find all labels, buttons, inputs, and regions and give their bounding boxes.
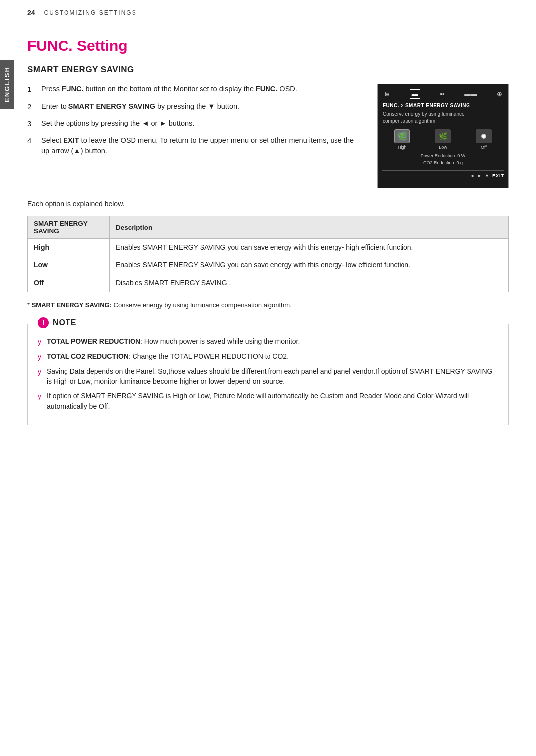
step-num-3: 3 [27, 118, 36, 129]
step-num-1: 1 [27, 84, 36, 95]
table-header-description: Description [110, 216, 509, 239]
note-icon: ! [38, 317, 49, 328]
table-cell-low-desc: Enables SMART ENERGY SAVING you can save… [110, 256, 509, 274]
note-item-2: y TOTAL CO2 REDUCTION: Change the TOTAL … [38, 351, 498, 362]
osd-nav-right: ► [477, 173, 482, 178]
side-tab-label: ENGLISH [3, 66, 11, 102]
note-items: y TOTAL POWER REDUCTION: How much power … [38, 336, 498, 412]
step-text-4: Select EXIT to leave the OSD menu. To re… [41, 135, 362, 157]
note-header: ! NOTE [35, 317, 79, 328]
table-cell-off-desc: Disables SMART ENERGY SAVING . [110, 274, 509, 292]
osd-icon-globe: ⊕ [497, 90, 502, 98]
note-bullet-4: y [38, 391, 44, 412]
osd-icon-split: ▪▪ [440, 90, 444, 98]
step-text-3: Set the options by pressing the ◄ or ► b… [41, 118, 362, 129]
osd-icon-screen: ▬ [410, 89, 420, 99]
osd-description: Conserve energy by using luminancecompen… [382, 111, 504, 125]
osd-bottom-nav: ◄ ► ▼ EXIT [382, 170, 504, 178]
table-row-off: Off Disables SMART ENERGY SAVING . [28, 274, 509, 292]
note-box: ! NOTE y TOTAL POWER REDUCTION: How much… [27, 324, 509, 425]
osd-option-dot-off [481, 134, 486, 139]
note-item-4: y If option of SMART ENERGY SAVING is Hi… [38, 391, 498, 412]
instructions-row: 1 Press FUNC. button on the bottom of th… [27, 84, 509, 188]
step-text-1: Press FUNC. button on the bottom of the … [41, 84, 362, 95]
note-item-3: y Saving Data depends on the Panel. So,t… [38, 366, 498, 387]
table-header-option: SMART ENERGY SAVING [28, 216, 110, 239]
osd-nav-down: ▼ [485, 173, 489, 178]
osd-option-icon-high: 🌿 [394, 129, 410, 143]
osd-breadcrumb: FUNC. > SMART ENERGY SAVING [382, 103, 504, 108]
step-num-2: 2 [27, 101, 36, 113]
note-label: NOTE [53, 318, 76, 327]
osd-options: 🌿 High 🌿 Low Off [382, 129, 504, 150]
note-text-2: TOTAL CO2 REDUCTION: Change the TOTAL PO… [47, 351, 289, 362]
options-table: SMART ENERGY SAVING Description High Ena… [27, 216, 509, 292]
note-bullet-2: y [38, 352, 44, 362]
table-cell-low-option: Low [28, 256, 110, 274]
osd-option-label-high: High [398, 145, 407, 150]
note-item-1: y TOTAL POWER REDUCTION: How much power … [38, 336, 498, 347]
step-num-4: 4 [27, 135, 36, 157]
main-content: FUNC. Setting SMART ENERGY SAVING 1 Pres… [0, 22, 536, 440]
table-cell-high-option: High [28, 239, 110, 256]
osd-reductions: Power Reduction: 0 W CO2 Reduction: 0 g [382, 153, 504, 166]
table-cell-off-option: Off [28, 274, 110, 292]
osd-icon-grid: ▬▬ [464, 90, 477, 98]
note-text-3: Saving Data depends on the Panel. So,tho… [47, 366, 498, 387]
each-option-text: Each option is explained below. [27, 200, 509, 208]
note-bullet-1: y [38, 337, 44, 347]
osd-option-icon-off [476, 129, 492, 143]
instructions-list: 1 Press FUNC. button on the bottom of th… [27, 84, 362, 188]
page-chapter: CUSTOMIZING SETTINGS [44, 9, 137, 16]
osd-icon-monitor: 🖥 [384, 90, 390, 98]
osd-mockup: 🖥 ▬ ▪▪ ▬▬ ⊕ FUNC. > SMART ENERGY SAVING … [377, 84, 509, 188]
osd-option-label-off: Off [481, 145, 487, 150]
step-1: 1 Press FUNC. button on the bottom of th… [27, 84, 362, 95]
osd-nav-exit: EXIT [492, 173, 504, 178]
step-2: 2 Enter to SMART ENERGY SAVING by pressi… [27, 101, 362, 113]
osd-option-off: Off [476, 129, 492, 150]
note-text-1: TOTAL POWER REDUCTION: How much power is… [47, 336, 300, 347]
page-number: 24 [27, 9, 35, 17]
table-row-low: Low Enables SMART ENERGY SAVING you can … [28, 256, 509, 274]
osd-nav-left: ◄ [470, 173, 474, 178]
step-3: 3 Set the options by pressing the ◄ or ►… [27, 118, 362, 129]
osd-top-icons: 🖥 ▬ ▪▪ ▬▬ ⊕ [382, 88, 504, 100]
section-title: SMART ENERGY SAVING [27, 65, 509, 75]
osd-option-low: 🌿 Low [435, 129, 451, 150]
table-cell-high-desc: Enables SMART ENERGY SAVING you can save… [110, 239, 509, 256]
page-header: 24 CUSTOMIZING SETTINGS [0, 0, 536, 22]
osd-option-high: 🌿 High [394, 129, 410, 150]
table-row-high: High Enables SMART ENERGY SAVING you can… [28, 239, 509, 256]
osd-option-icon-low: 🌿 [435, 129, 451, 143]
step-text-2: Enter to SMART ENERGY SAVING by pressing… [41, 101, 362, 113]
note-text-4: If option of SMART ENERGY SAVING is High… [47, 391, 498, 412]
osd-option-label-low: Low [439, 145, 447, 150]
side-tab-english: ENGLISH [0, 60, 14, 109]
footnote: * SMART ENERGY SAVING: Conserve energy b… [27, 300, 509, 310]
step-4: 4 Select EXIT to leave the OSD menu. To … [27, 135, 362, 157]
note-bullet-3: y [38, 367, 44, 387]
func-setting-title: FUNC. Setting [27, 37, 509, 54]
